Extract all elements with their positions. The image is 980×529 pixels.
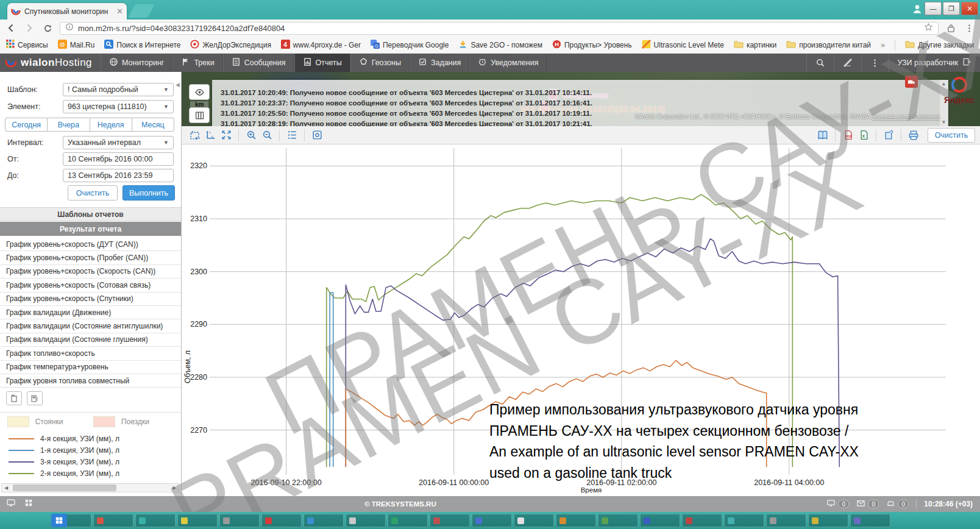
report-book-icon[interactable] bbox=[815, 129, 831, 142]
window-minimize-button[interactable]: — bbox=[925, 2, 942, 15]
clear-button[interactable]: Очистить bbox=[68, 185, 118, 201]
report-list-item[interactable]: График уровень+скорость (Пробег (CAN)) bbox=[0, 251, 181, 264]
back-icon[interactable] bbox=[5, 22, 17, 34]
ruler-tool-icon[interactable] bbox=[834, 54, 861, 72]
trace-point-icon[interactable] bbox=[309, 129, 325, 142]
taskbar-window-button[interactable] bbox=[766, 514, 806, 527]
export-copy-icon[interactable] bbox=[881, 129, 897, 142]
window-maximize-button[interactable]: ❐ bbox=[943, 2, 960, 15]
taskbar-window-button[interactable] bbox=[808, 514, 848, 527]
sidebar-horizontal-scrollbar[interactable]: ◀ ▶ bbox=[1, 483, 179, 492]
bookmarks-overflow-icon[interactable]: » bbox=[881, 40, 885, 49]
taskbar-window-button[interactable] bbox=[135, 514, 176, 527]
legend-list-icon[interactable] bbox=[284, 129, 300, 142]
report-list-item[interactable]: График уровень+скорость (Спутники) bbox=[0, 293, 181, 306]
bookmark-item[interactable]: @Mail.Ru bbox=[58, 40, 95, 51]
bookmark-item[interactable]: Сервисы bbox=[6, 40, 48, 50]
bookmark-item[interactable]: 4www.4proxy.de - Ger bbox=[281, 40, 361, 51]
report-list-item[interactable]: График уровень+скорость (Скорость (CAN)) bbox=[0, 265, 181, 279]
more-menu-icon[interactable] bbox=[861, 54, 888, 72]
fuel-truck-alert-icon[interactable] bbox=[905, 76, 918, 88]
scroll-left-icon[interactable]: ◀ bbox=[2, 485, 10, 491]
forward-icon[interactable] bbox=[23, 22, 35, 34]
bookmark-item[interactable]: Ultrasonic Level Mete bbox=[642, 40, 724, 51]
tab-close-icon[interactable]: ✕ bbox=[116, 7, 123, 15]
from-input[interactable]: 10 Сентябрь 2016 00:00 bbox=[63, 152, 174, 166]
page-info-icon[interactable] bbox=[65, 23, 74, 34]
taskbar-window-button[interactable] bbox=[556, 514, 596, 527]
bookmark-item[interactable]: ЖелДорЭкспедиция bbox=[190, 40, 271, 51]
taskbar-window-button[interactable] bbox=[219, 514, 260, 527]
grid-panel-icon[interactable] bbox=[24, 499, 33, 509]
extensions-icon[interactable] bbox=[945, 22, 957, 34]
browser-tab[interactable]: Спутниковый мониторин ✕ bbox=[7, 3, 127, 20]
search-icon[interactable] bbox=[806, 54, 834, 72]
taskbar-window-button[interactable] bbox=[682, 514, 722, 527]
fuel-can-icon-button[interactable] bbox=[6, 391, 22, 405]
report-list-item[interactable]: График валидации (Движение) bbox=[0, 306, 181, 319]
nav-item-clock[interactable]: Уведомления bbox=[469, 54, 547, 72]
scroll-track[interactable] bbox=[10, 485, 170, 491]
nav-item-geo[interactable]: Геозоны bbox=[350, 54, 410, 72]
start-button[interactable] bbox=[51, 514, 67, 527]
bookmark-item[interactable]: картинки bbox=[734, 40, 776, 50]
fuel-pump-icon-button[interactable] bbox=[27, 391, 43, 405]
scroll-right-icon[interactable]: ▶ bbox=[170, 485, 179, 491]
taskbar-window-button[interactable] bbox=[346, 514, 386, 527]
map-strip[interactable]: km Общежитие 963 цистерна (111810)(20.04… bbox=[182, 72, 980, 126]
bookmark-star-icon[interactable] bbox=[924, 23, 933, 34]
taskbar-window-button[interactable] bbox=[514, 514, 554, 527]
bookmark-item[interactable]: Save 2GO - поможем bbox=[458, 40, 542, 51]
url-bar[interactable]: mon.m2m-s.ru/?sid=04e3083231719264120a2d… bbox=[60, 22, 939, 35]
report-list-item[interactable]: График валидации (Состояние глушения) bbox=[0, 333, 181, 347]
interval-select[interactable]: Указанный интервал ▼ bbox=[63, 136, 174, 149]
range-button[interactable]: Месяц bbox=[132, 118, 174, 132]
taskbar-window-button[interactable] bbox=[304, 514, 344, 527]
sidebar-collapse-icon[interactable]: ◀ bbox=[176, 82, 180, 88]
export-excel-icon[interactable]: X bbox=[856, 129, 872, 142]
terms-link[interactable]: Условия использования bbox=[872, 113, 940, 120]
taskbar-window-button[interactable] bbox=[177, 514, 218, 527]
map-layers-button[interactable] bbox=[189, 107, 210, 123]
crop-selection-icon[interactable] bbox=[186, 129, 202, 142]
car-counter[interactable]: 0 bbox=[886, 499, 909, 510]
axes-scale-icon[interactable]: Yx bbox=[202, 129, 218, 142]
nav-item-report[interactable]: Отчеты bbox=[294, 54, 350, 72]
unit-select[interactable]: 963 цистерна (111810) ▼ bbox=[63, 100, 174, 113]
range-button[interactable]: Сегодня bbox=[5, 118, 48, 132]
taskbar-window-button[interactable] bbox=[388, 514, 428, 527]
nav-item-doc[interactable]: Сообщения bbox=[223, 54, 294, 72]
templates-header[interactable]: Шаблоны отчетов bbox=[0, 207, 181, 221]
print-icon[interactable] bbox=[906, 129, 921, 142]
zoom-out-icon[interactable] bbox=[259, 129, 275, 142]
browser-menu-icon[interactable] bbox=[963, 22, 975, 34]
url-text[interactable]: mon.m2m-s.ru/?sid=04e3083231719264120a2d… bbox=[78, 24, 920, 33]
report-list-item[interactable]: График валидации (Состояние антиглушилки… bbox=[0, 319, 181, 333]
report-list-item[interactable]: График топливо+скорость bbox=[0, 347, 181, 360]
export-pdf-icon[interactable]: PDF bbox=[840, 129, 856, 142]
profile-icon[interactable] bbox=[912, 4, 924, 16]
taskbar-window-button[interactable] bbox=[472, 514, 512, 527]
range-button[interactable]: Неделя bbox=[90, 118, 132, 132]
to-input[interactable]: 13 Сентябрь 2016 23:59 bbox=[63, 169, 174, 182]
zoom-in-icon[interactable] bbox=[243, 129, 259, 142]
taskbar-window-button[interactable] bbox=[430, 514, 470, 527]
report-list-item[interactable]: График уровень+скорость (ДУТ (CAN)) bbox=[0, 238, 181, 251]
template-select[interactable]: ! Самый подробный ▼ bbox=[63, 83, 174, 96]
monitor-counter[interactable]: 0 bbox=[826, 499, 849, 510]
bookmark-item[interactable]: Поиск в Интернете bbox=[104, 40, 180, 51]
bookmark-item[interactable]: Другие закладки bbox=[905, 40, 974, 50]
fit-screen-icon[interactable] bbox=[218, 129, 234, 142]
nav-item-flag[interactable]: Треки bbox=[172, 54, 222, 72]
eye-button[interactable] bbox=[189, 84, 210, 100]
range-button[interactable]: Вчера bbox=[48, 118, 90, 132]
bookmark-item[interactable]: производители китай bbox=[786, 40, 871, 50]
execute-button[interactable]: Выполнить bbox=[122, 185, 175, 201]
taskbar-window-button[interactable] bbox=[93, 514, 133, 527]
bookmark-item[interactable]: HПродукты> Уровень bbox=[552, 40, 632, 51]
monitor-panel-icon[interactable] bbox=[6, 498, 16, 510]
taskbar-window-button[interactable] bbox=[640, 514, 680, 527]
nav-item-task[interactable]: Задания bbox=[410, 54, 469, 72]
report-list-item[interactable]: График уровня топлива совместный bbox=[0, 374, 181, 388]
reload-icon[interactable] bbox=[41, 22, 54, 34]
